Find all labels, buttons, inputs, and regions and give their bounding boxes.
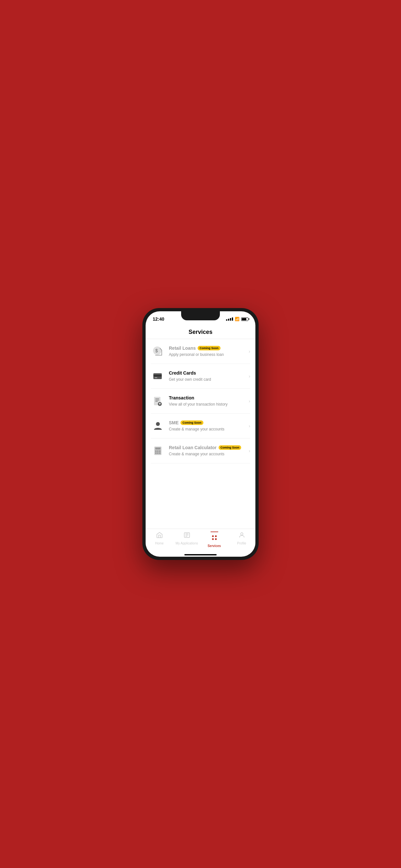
svg-rect-8 [155, 401, 158, 402]
retail-loans-desc: Apply personal or business loan [169, 352, 224, 357]
retail-loan-calculator-desc: Create & manage your accounts [169, 452, 224, 456]
svg-rect-12 [155, 447, 160, 450]
sme-title: SME [169, 420, 179, 425]
retail-loans-badge: Coming Soon [197, 346, 220, 350]
service-item-transaction[interactable]: Transaction View all of your transaction… [151, 389, 250, 414]
nav-item-my-applications[interactable]: My Applications [173, 531, 201, 548]
my-applications-nav-label: My Applications [176, 541, 198, 545]
services-active-bar [211, 531, 218, 532]
loan-icon: $ [151, 344, 165, 359]
calculator-icon [151, 444, 165, 458]
retail-loans-chevron: › [249, 349, 250, 354]
home-indicator [184, 554, 217, 555]
retail-loans-text: Retail Loans Coming Soon Apply personal … [169, 345, 246, 357]
credit-cards-chevron: › [249, 374, 250, 379]
notch [181, 311, 220, 320]
nav-item-home[interactable]: Home [146, 531, 173, 548]
retail-loan-calculator-title: Retail Loan Calculator [169, 445, 217, 450]
retail-loan-calculator-badge: Coming Soon [219, 445, 242, 450]
page-title: Services [189, 329, 212, 335]
phone-frame: 12:40 📶 Services [143, 308, 258, 560]
service-item-retail-loan-calculator[interactable]: Retail Loan Calculator Coming Soon Creat… [151, 438, 250, 463]
sme-badge: Coming Soon [181, 421, 204, 425]
sme-icon [151, 419, 165, 433]
svg-rect-3 [153, 375, 162, 376]
svg-point-21 [215, 535, 217, 537]
svg-rect-14 [157, 451, 158, 452]
services-icon [211, 534, 218, 543]
svg-point-20 [212, 535, 214, 537]
wifi-icon: 📶 [235, 317, 240, 321]
service-item-retail-loans[interactable]: $ Retail Loans Coming Soon Apply persona… [151, 339, 250, 364]
svg-point-10 [156, 422, 160, 426]
credit-cards-title: Credit Cards [169, 370, 196, 376]
credit-cards-desc: Get your own credit card [169, 377, 211, 382]
battery-icon [241, 317, 248, 321]
phone-screen: 12:40 📶 Services [146, 311, 255, 557]
status-icons: 📶 [226, 317, 248, 321]
profile-nav-label: Profile [237, 541, 246, 545]
retail-loans-title: Retail Loans [169, 345, 196, 351]
service-item-credit-cards[interactable]: Credit Cards Get your own credit card › [151, 364, 250, 389]
svg-rect-4 [155, 377, 157, 378]
transaction-title: Transaction [169, 395, 194, 400]
profile-icon [238, 531, 245, 540]
status-time: 12:40 [153, 316, 164, 321]
page-title-container: Services [146, 325, 255, 339]
signal-icon [226, 317, 233, 321]
services-list: $ Retail Loans Coming Soon Apply persona… [146, 339, 255, 529]
credit-cards-text: Credit Cards Get your own credit card [169, 370, 246, 382]
nav-item-profile[interactable]: Profile [228, 531, 255, 548]
svg-point-22 [212, 538, 214, 540]
svg-rect-7 [155, 400, 159, 400]
screen-content: Services $ Retail Loans [146, 325, 255, 557]
svg-rect-16 [155, 453, 157, 454]
home-icon [156, 531, 163, 540]
card-icon [151, 369, 165, 383]
sme-chevron: › [249, 423, 250, 429]
svg-rect-13 [155, 451, 157, 452]
services-nav-label: Services [208, 544, 221, 548]
svg-rect-17 [157, 453, 158, 454]
sme-text: SME Coming Soon Create & manage your acc… [169, 420, 246, 432]
svg-point-24 [241, 533, 243, 535]
nav-item-services[interactable]: Services [201, 531, 228, 548]
service-item-sme[interactable]: SME Coming Soon Create & manage your acc… [151, 414, 250, 438]
transaction-icon [151, 394, 165, 408]
transaction-desc: View all of your transaction history [169, 402, 227, 407]
svg-point-23 [215, 538, 217, 540]
svg-text:$: $ [155, 348, 158, 353]
sme-desc: Create & manage your accounts [169, 427, 224, 431]
my-applications-icon [183, 531, 190, 540]
retail-loan-calculator-chevron: › [249, 448, 250, 454]
svg-rect-6 [155, 399, 159, 399]
svg-rect-18 [159, 453, 160, 454]
transaction-chevron: › [249, 399, 250, 404]
home-nav-label: Home [155, 541, 164, 545]
svg-rect-15 [159, 451, 160, 452]
bottom-nav: Home My Applications [146, 529, 255, 554]
retail-loan-calculator-text: Retail Loan Calculator Coming Soon Creat… [169, 445, 246, 457]
transaction-text: Transaction View all of your transaction… [169, 395, 246, 407]
